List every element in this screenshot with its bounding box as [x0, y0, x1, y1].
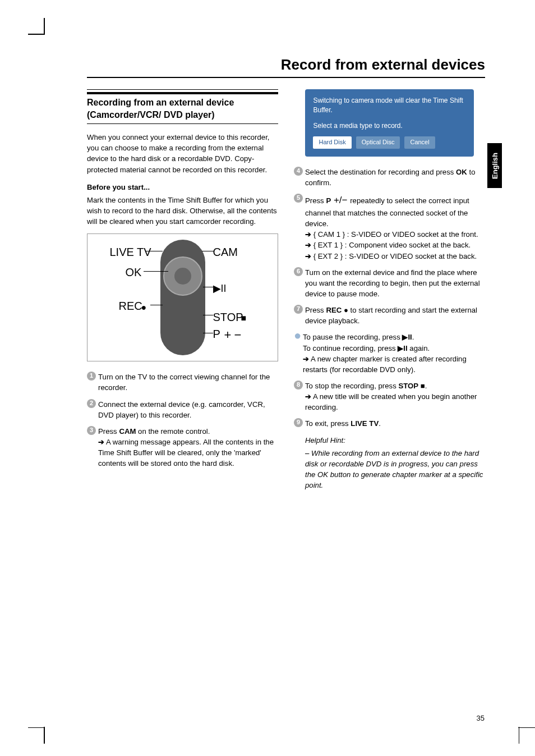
bullet-d: again. [408, 344, 430, 352]
page-content: Record from external devices English Rec… [87, 56, 485, 491]
right-column: Switching to camera mode will clear the … [294, 89, 485, 491]
step-number-2: 2 [87, 399, 96, 408]
step-3-sub: A warning message appears. All the conte… [98, 438, 274, 468]
step-9-b: . [379, 419, 381, 428]
minus-icon: − [234, 326, 242, 344]
stop-label: STOP [398, 382, 418, 390]
step-3: 3 Press CAM on the remote control. ➔ A w… [87, 426, 278, 469]
pause-bullet-body: To pause the recording, press ▶II. To co… [303, 332, 485, 375]
arrow-icon: ➔ [98, 438, 104, 446]
step-8-body: To stop the recording, press STOP ■. ➔ A… [305, 381, 485, 413]
step-number-6: 6 [294, 267, 303, 276]
step-7: 7 Press REC ● to start recording and sta… [294, 305, 485, 326]
callout-line [146, 251, 163, 251]
step-1: 1 Turn on the TV to the correct viewing … [87, 372, 278, 393]
step-8-dot: . [425, 382, 427, 390]
callout-line [144, 271, 168, 272]
arrow-icon: ➔ [305, 241, 311, 249]
step-number-1: 1 [87, 372, 96, 381]
language-tab: English [487, 143, 502, 188]
step-6: 6 Turn on the external device and find t… [294, 267, 485, 299]
step-9-a: To exit, press [305, 419, 350, 428]
step-number-4: 4 [294, 167, 303, 176]
ok-label: OK [456, 168, 467, 176]
plus-icon: + [224, 326, 232, 344]
rec-dot-icon: ● [342, 306, 350, 314]
p-label: P [326, 196, 331, 205]
left-column: Recording from an external device (Camco… [87, 89, 278, 491]
intro-paragraph: When you connect your external device to… [87, 132, 278, 175]
title-row: Record from external devices [87, 56, 485, 78]
plus-minus-label: +/− [331, 195, 350, 205]
dialog-box: Switching to camera mode will clear the … [305, 89, 473, 157]
step-8-sub: A new title will be created when you beg… [305, 392, 477, 411]
bullet-icon: ● [294, 332, 303, 375]
arrow-icon: ➔ [305, 392, 311, 401]
hard-disk-button[interactable]: Hard Disk [313, 136, 351, 149]
arrow-icon: ➔ [303, 355, 309, 363]
arrow-icon: ➔ [305, 252, 311, 260]
helpful-hint-block: Helpful Hint: – While recording from an … [305, 435, 485, 491]
dialog-line-1: Switching to camera mode will clear the … [313, 96, 465, 116]
rec-label: REC [326, 306, 342, 314]
step-4: 4 Select the destination for recording a… [294, 167, 485, 188]
step-9-body: To exit, press LIVE TV. [305, 418, 485, 429]
callout-line [202, 251, 214, 251]
step-5: 5 Press P +/− repeatedly to select the c… [294, 194, 485, 261]
callout-line [203, 333, 213, 333]
step-8: 8 To stop the recording, press STOP ■. ➔… [294, 381, 485, 413]
step-2-text: Connect the external device (e.g. camcor… [98, 399, 278, 420]
step-5-cam1: { CAM 1 } : S-VIDEO or VIDEO socket at t… [311, 230, 478, 239]
step-number-8: 8 [294, 381, 303, 390]
step-6-text: Turn on the external device and find the… [305, 267, 485, 299]
label-ok: OK [126, 264, 142, 281]
remote-diagram: LIVE TV OK REC ● CAM ▶II STOP ■ P [87, 233, 278, 361]
step-number-9: 9 [294, 418, 303, 427]
step-number-7: 7 [294, 305, 303, 314]
live-tv-label: LIVE TV [350, 419, 379, 428]
dialog-buttons: Hard Disk Optical Disc Cancel [313, 136, 465, 149]
step-4-body: Select the destination for recording and… [305, 167, 485, 188]
bullet-c: To continue recording, press [303, 344, 398, 352]
step-3-body: Press CAM on the remote control. ➔ A war… [98, 426, 278, 469]
step-5-a: Press [305, 196, 326, 205]
label-rec: REC [119, 298, 142, 314]
step-2: 2 Connect the external device (e.g. camc… [87, 399, 278, 420]
remote-body [160, 240, 205, 355]
play-pause-icon-2: ▶II [398, 344, 407, 352]
step-5-body: Press P +/− repeatedly to select the cor… [305, 194, 485, 261]
section-heading: Recording from an external device (Camco… [87, 92, 278, 124]
callout-line [203, 287, 213, 287]
callout-line [203, 315, 213, 315]
arrow-icon: ➔ [305, 230, 311, 239]
remote-control-illustration: LIVE TV OK REC ● CAM ▶II STOP ■ P [110, 239, 256, 356]
rec-dot-icon: ● [141, 301, 147, 314]
step-1-text: Turn on the TV to the correct viewing ch… [98, 372, 278, 393]
bullet-b: . [412, 333, 414, 341]
optical-disc-button[interactable]: Optical Disc [356, 136, 400, 149]
step-number-5: 5 [294, 194, 303, 203]
language-tab-label: English [491, 153, 499, 179]
before-you-start-text: Mark the contents in the Time Shift Buff… [87, 195, 278, 227]
label-play-pause: ▶II [213, 281, 227, 296]
dialog-line-2: Select a media type to record. [313, 121, 465, 131]
step-5-ext2: { EXT 2 } : S-VIDEO or VIDEO socket at t… [311, 252, 477, 260]
step-8-a: To stop the recording, press [305, 382, 398, 390]
step-3-text-a: Press [98, 427, 119, 436]
hint-text: – While recording from an external devic… [305, 448, 485, 491]
step-5-ext1: { EXT 1 } : Component video socket at th… [311, 241, 471, 249]
step-3-text-b: on the remote control. [136, 427, 210, 436]
before-you-start-label: Before you start... [87, 182, 278, 193]
content-columns: Recording from an external device (Camco… [87, 89, 485, 491]
stop-square-icon: ■ [418, 382, 425, 390]
bullet-a: To pause the recording, press [303, 333, 402, 341]
cancel-button[interactable]: Cancel [404, 136, 435, 149]
label-stop: STOP [213, 309, 243, 326]
label-live-tv: LIVE TV [110, 244, 151, 260]
page-title: Record from external devices [87, 56, 485, 74]
bullet-sub: A new chapter marker is created after re… [303, 355, 467, 374]
step-7-body: Press REC ● to start recording and start… [305, 305, 485, 326]
page-number: 35 [477, 714, 485, 722]
step-9: 9 To exit, press LIVE TV. [294, 418, 485, 429]
step-number-3: 3 [87, 426, 96, 435]
